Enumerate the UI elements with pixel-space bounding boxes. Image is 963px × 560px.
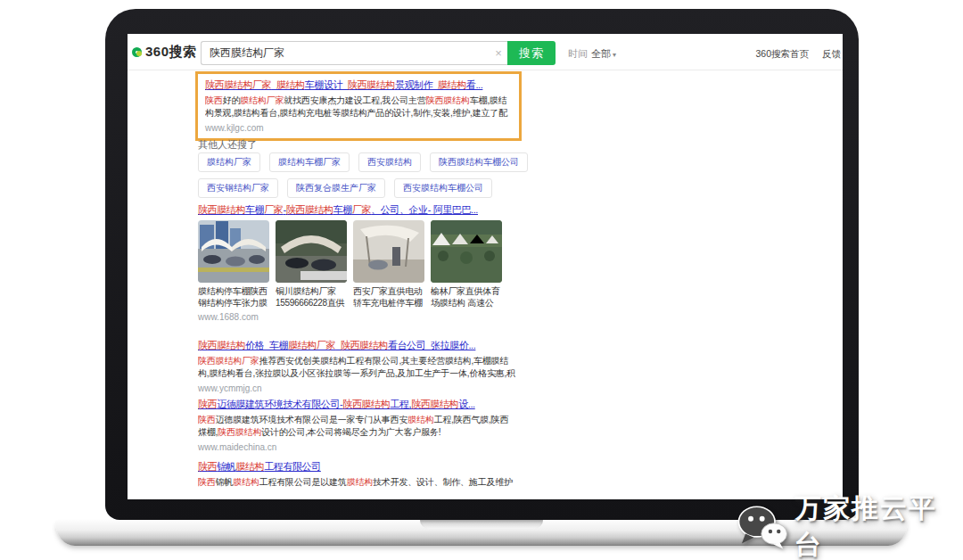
watermark: 万家推云平台 xyxy=(737,490,963,560)
result-1-highlight-box: 陕西膜结构厂家_膜结构车棚设计_陕西膜结构景观制作_膜结构看... 陕西好的膜结… xyxy=(195,71,522,141)
related-tag[interactable]: 膜结构车棚厂家 xyxy=(269,152,350,172)
result-2-title[interactable]: 陕西膜结构车棚厂家-陕西膜结构车棚厂家、公司、企业- 阿里巴巴... xyxy=(198,203,635,217)
result-5-description: 陕西锦帆膜结构工程有限公司是以建筑膜结构技术开发、设计、制作、施工及维护的高新技… xyxy=(198,476,519,489)
search-box: × xyxy=(201,41,507,65)
360-search-logo[interactable]: 360搜索 xyxy=(132,44,197,61)
browser-viewport: 360搜索 × 搜索 时间全部▾ 360搜索首页 反馈 陕西膜结构厂家_膜结构车… xyxy=(128,34,843,499)
time-filter-label: 时间 xyxy=(568,48,588,59)
link-feedback[interactable]: 反馈 xyxy=(822,48,841,61)
result-3-title[interactable]: 陕西膜结构价格_车棚膜结构厂家_陕西膜结构看台公司_张拉膜价... xyxy=(198,339,515,352)
result-1-url: www.kjlgc.com xyxy=(205,123,512,133)
time-filter-value: 全部 xyxy=(591,48,611,59)
search-input[interactable] xyxy=(202,47,490,60)
chevron-down-icon: ▾ xyxy=(613,51,616,59)
related-tag[interactable]: 膜结构厂家 xyxy=(198,152,260,172)
link-360-home[interactable]: 360搜索首页 xyxy=(755,48,809,61)
watermark-text: 万家推云平台 xyxy=(794,490,963,560)
result-3: 陕西膜结构价格_车棚膜结构厂家_陕西膜结构看台公司_张拉膜价... 陕西膜结构厂… xyxy=(198,339,515,393)
result-image-thumbnail[interactable] xyxy=(353,220,424,283)
related-tags-row-2: 西安钢结构厂家 陕西复合膜生产厂家 西安膜结构车棚公司 xyxy=(198,178,492,198)
time-filter-dropdown[interactable]: 时间全部▾ xyxy=(568,47,616,61)
thumbnail-caption: 铜川膜结构厂家 15596666228直供充 xyxy=(276,285,347,309)
related-tag[interactable]: 西安钢结构厂家 xyxy=(198,178,278,198)
thumbnail-column: 铜川膜结构厂家 15596666228直供充 xyxy=(276,220,347,309)
result-5-title[interactable]: 陕西锦帆膜结构工程有限公司 xyxy=(198,460,519,474)
thumbnail-column: 榆林厂家直供体育场膜结构 高速公路服务 xyxy=(431,220,502,309)
thumbnail-caption: 西安厂家直供电动轿车充电桩停车棚户外 xyxy=(353,285,424,309)
thumbnail-caption: 榆林厂家直供体育场膜结构 高速公路服务 xyxy=(431,285,502,309)
result-2-thumbnails: 膜结构停车棚陕西钢结构停车张力膜厂区 xyxy=(198,220,635,309)
carport-trees-image-icon xyxy=(276,220,347,283)
related-tag[interactable]: 西安膜结构 xyxy=(358,152,421,172)
charging-carport-image-icon xyxy=(353,220,424,283)
thumbnail-caption: 膜结构停车棚陕西钢结构停车张力膜厂区 xyxy=(198,285,269,309)
clear-search-icon[interactable]: × xyxy=(490,46,507,60)
related-searches-heading: 其他人还搜了 xyxy=(198,138,257,152)
result-4-description: 陕西迈德膜建筑环境技术有限公司是一家专门从事西安膜结构工程,陕西气膜,陕西煤棚,… xyxy=(198,414,515,439)
result-image-thumbnail[interactable] xyxy=(431,220,502,283)
related-tag[interactable]: 陕西膜结构车棚公司 xyxy=(430,152,528,172)
result-image-thumbnail[interactable] xyxy=(198,220,269,283)
result-4: 陕西迈德膜建筑环境技术有限公司-陕西膜结构工程,陕西膜结构设... 陕西迈德膜建… xyxy=(198,398,515,452)
thumbnail-column: 西安厂家直供电动轿车充电桩停车棚户外 xyxy=(353,220,424,309)
result-5: 陕西锦帆膜结构工程有限公司 陕西锦帆膜结构工程有限公司是以建筑膜结构技术开发、设… xyxy=(198,460,519,489)
related-tag[interactable]: 西安膜结构车棚公司 xyxy=(394,178,492,198)
thumbnail-column: 膜结构停车棚陕西钢结构停车张力膜厂区 xyxy=(198,220,269,309)
search-header: 360搜索 × 搜索 时间全部▾ 360搜索首页 反馈 xyxy=(128,34,843,70)
related-tag[interactable]: 陕西复合膜生产厂家 xyxy=(287,178,385,198)
result-3-description: 陕西膜结构厂家推荐西安优创美膜结构工程有限公司,其主要经营膜结构,车棚膜结构,膜… xyxy=(198,355,515,380)
result-1-title[interactable]: 陕西膜结构厂家_膜结构车棚设计_陕西膜结构景观制作_膜结构看... xyxy=(205,78,512,92)
tents-field-image-icon xyxy=(431,220,502,283)
carport-city-image-icon xyxy=(198,220,269,283)
result-1-description: 陕西好的膜结构厂家就找西安康杰力建设工程,我公司主营陕西膜结构车棚,膜结构景观,… xyxy=(205,95,512,119)
result-3-url: www.ycmmjg.cn xyxy=(198,383,515,393)
result-4-title[interactable]: 陕西迈德膜建筑环境技术有限公司-陕西膜结构工程,陕西膜结构设... xyxy=(198,398,515,411)
wechat-icon xyxy=(737,503,789,551)
header-links: 360搜索首页 反馈 xyxy=(755,48,841,61)
result-image-thumbnail[interactable] xyxy=(276,220,347,283)
360-logo-icon xyxy=(132,47,142,57)
result-2: 陕西膜结构车棚厂家-陕西膜结构车棚厂家、公司、企业- 阿里巴巴... xyxy=(198,203,635,322)
page: 360搜索 × 搜索 时间全部▾ 360搜索首页 反馈 陕西膜结构厂家_膜结构车… xyxy=(0,0,963,560)
search-button[interactable]: 搜索 xyxy=(507,41,556,65)
result-2-url: www.1688.com xyxy=(198,312,635,322)
360-logo-text: 360搜索 xyxy=(145,44,197,61)
laptop-base-notch xyxy=(420,520,543,529)
laptop-screen-bezel: 360搜索 × 搜索 时间全部▾ 360搜索首页 反馈 陕西膜结构厂家_膜结构车… xyxy=(105,9,859,520)
result-4-url: www.maidechina.cn xyxy=(198,442,515,452)
related-tags-row-1: 膜结构厂家 膜结构车棚厂家 西安膜结构 陕西膜结构车棚公司 xyxy=(198,152,528,172)
